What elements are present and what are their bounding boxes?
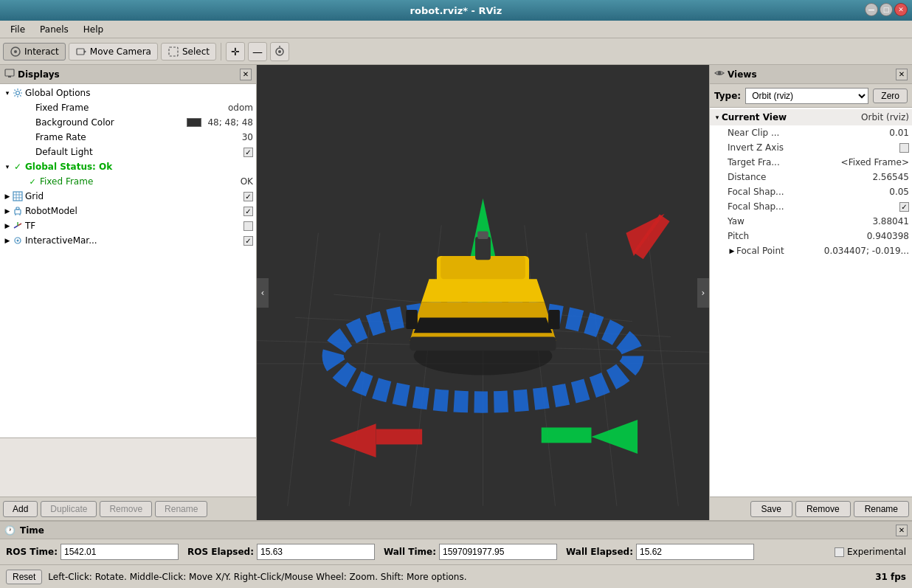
yaw-label: Yaw xyxy=(728,216,872,226)
distance-row[interactable]: Distance 2.56545 xyxy=(710,170,912,184)
grid-row[interactable]: ▶ Grid xyxy=(0,189,256,204)
global-status-expand[interactable]: ▾ xyxy=(3,163,12,170)
default-light-row[interactable]: Default Light xyxy=(0,145,256,159)
frame-rate-row[interactable]: Frame Rate 30 xyxy=(0,130,256,145)
focal-shape-1-value: 0.05 xyxy=(889,187,909,197)
views-type-select[interactable]: Orbit (rviz) FPS (rviz) TopDownOrtho (rv… xyxy=(745,88,868,104)
svg-point-10 xyxy=(16,91,20,95)
yaw-row[interactable]: Yaw 3.88041 xyxy=(710,214,912,229)
add-button[interactable]: ✛ xyxy=(226,42,245,61)
svg-rect-2 xyxy=(77,49,84,55)
reset-button[interactable]: Reset xyxy=(6,570,42,584)
views-panel: Views ✕ Type: Orbit (rviz) FPS (rviz) To… xyxy=(709,65,912,520)
focal-shape-2-checkbox[interactable] xyxy=(899,202,909,212)
status-help-text: Left-Click: Rotate. Middle-Click: Move X… xyxy=(48,572,869,582)
ros-elapsed-field: ROS Elapsed: xyxy=(187,544,375,560)
global-status-row[interactable]: ▾ ✓ Global Status: Ok xyxy=(0,159,256,174)
svg-rect-56 xyxy=(410,336,556,350)
gs-fixed-frame-value: OK xyxy=(241,176,253,187)
duplicate-display-button[interactable]: Duplicate xyxy=(41,501,97,517)
title-text: robot.rviz* - RViz xyxy=(410,5,502,16)
robot-model-expand[interactable]: ▶ xyxy=(3,207,12,215)
focal-shape-2-row[interactable]: Focal Shap... xyxy=(710,199,912,214)
default-light-checkbox[interactable] xyxy=(243,148,253,157)
select-button[interactable]: Select xyxy=(161,43,216,60)
global-options-expand[interactable]: ▾ xyxy=(3,89,12,97)
global-options-row[interactable]: ▾ Global Options xyxy=(0,86,256,100)
svg-rect-11 xyxy=(13,192,22,201)
menu-file[interactable]: File xyxy=(3,23,32,36)
svg-rect-55 xyxy=(548,310,560,329)
views-buttons: Save Remove Rename xyxy=(710,497,912,520)
robot-model-icon xyxy=(12,206,24,216)
interactive-markers-row[interactable]: ▶ InteractiveMar... xyxy=(0,233,256,248)
interact-button[interactable]: Interact xyxy=(3,43,66,60)
focal-point-expand[interactable]: ▶ xyxy=(728,247,736,255)
displays-close-button[interactable]: ✕ xyxy=(240,69,252,80)
svg-point-1 xyxy=(14,50,17,53)
close-button[interactable]: ✕ xyxy=(894,3,908,16)
pitch-row[interactable]: Pitch 0.940398 xyxy=(710,229,912,243)
fixed-frame-row[interactable]: Fixed Frame odom xyxy=(0,100,256,115)
interact-label: Interact xyxy=(24,46,59,57)
remove-view-button[interactable]: Remove xyxy=(795,501,851,517)
background-color-row[interactable]: Background Color 48; 48; 48 xyxy=(0,115,256,130)
time-close-button[interactable]: ✕ xyxy=(896,525,908,536)
time-title: Time xyxy=(20,525,44,536)
interactive-markers-expand[interactable]: ▶ xyxy=(3,237,12,244)
focal-point-value: 0.034407; -0.019... xyxy=(824,246,909,256)
wall-elapsed-input[interactable] xyxy=(636,544,754,560)
focal-point-row[interactable]: ▶ Focal Point 0.034407; -0.019... xyxy=(710,243,912,258)
displays-icon xyxy=(4,68,15,80)
wall-elapsed-label: Wall Elapsed: xyxy=(566,547,633,557)
grid-checkbox[interactable] xyxy=(243,192,253,201)
experimental-field: Experimental xyxy=(835,547,906,557)
add-display-button[interactable]: Add xyxy=(3,501,38,517)
minimize-button[interactable]: — xyxy=(865,3,878,16)
svg-marker-3 xyxy=(84,50,86,53)
viewport-right-arrow[interactable]: › xyxy=(697,278,709,308)
toolbar: Interact Move Camera Select ✛ — xyxy=(0,38,912,65)
maximize-button[interactable]: □ xyxy=(880,3,893,16)
focal-shape-1-row[interactable]: Focal Shap... 0.05 xyxy=(710,184,912,199)
robot-model-row[interactable]: ▶ RobotModel xyxy=(0,204,256,218)
near-clip-row[interactable]: Near Clip ... 0.01 xyxy=(710,125,912,140)
menubar: File Panels Help xyxy=(0,21,912,38)
experimental-checkbox[interactable] xyxy=(835,547,844,557)
rename-view-button[interactable]: Rename xyxy=(854,501,909,517)
target-frame-row[interactable]: Target Fra... <Fixed Frame> xyxy=(710,155,912,170)
interactive-markers-checkbox[interactable] xyxy=(243,236,253,246)
robot-model-checkbox[interactable] xyxy=(243,207,253,216)
rename-display-button[interactable]: Rename xyxy=(155,501,207,517)
grid-icon xyxy=(12,191,24,201)
tf-expand[interactable]: ▶ xyxy=(3,222,12,229)
invert-z-checkbox[interactable] xyxy=(899,143,909,153)
svg-line-22 xyxy=(14,226,18,228)
ros-elapsed-input[interactable] xyxy=(257,544,375,560)
views-close-button[interactable]: ✕ xyxy=(896,69,908,80)
view-button[interactable] xyxy=(270,42,289,61)
target-frame-label: Target Fra... xyxy=(728,157,841,167)
current-view-header[interactable]: ▾ Current View Orbit (rviz) xyxy=(710,109,912,125)
grid-expand[interactable]: ▶ xyxy=(3,193,12,200)
grid-label: Grid xyxy=(25,191,243,201)
invert-z-row[interactable]: Invert Z Axis xyxy=(710,140,912,155)
viewport[interactable]: ‹ › xyxy=(257,65,709,520)
current-view-expand[interactable]: ▾ xyxy=(713,114,722,121)
menu-help[interactable]: Help xyxy=(76,23,111,36)
tf-checkbox[interactable] xyxy=(243,221,253,231)
views-type-label: Type: xyxy=(714,91,741,101)
tf-row[interactable]: ▶ TF xyxy=(0,218,256,233)
viewport-left-arrow[interactable]: ‹ xyxy=(257,278,269,308)
views-zero-button[interactable]: Zero xyxy=(873,89,908,103)
save-view-button[interactable]: Save xyxy=(750,501,792,517)
tf-label: TF xyxy=(25,221,243,231)
move-camera-button[interactable]: Move Camera xyxy=(69,43,158,60)
ros-time-input[interactable] xyxy=(61,544,179,560)
wall-time-input[interactable] xyxy=(439,544,557,560)
remove-display-button[interactable]: Remove xyxy=(100,501,152,517)
menu-panels[interactable]: Panels xyxy=(32,23,76,36)
remove-toolbar-button[interactable]: — xyxy=(248,42,267,61)
global-status-fixed-frame-row[interactable]: ✓ Fixed Frame OK xyxy=(0,174,256,189)
background-color-swatch[interactable] xyxy=(187,118,201,127)
